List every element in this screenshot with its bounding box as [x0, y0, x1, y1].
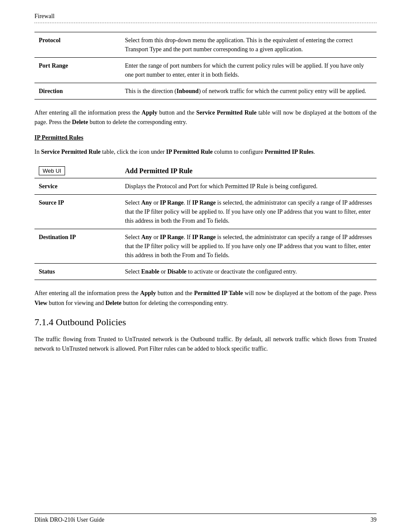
source-ip-label: Source IP — [34, 195, 121, 229]
table-row: Status Select Enable or Disable to activ… — [34, 264, 377, 280]
ip-permitted-rules-heading: IP Permitted Rules — [34, 134, 377, 141]
web-ui-badge-cell: Web UI — [34, 164, 121, 178]
footer-left: Dlink DRO-210i User Guide — [34, 516, 104, 523]
protocol-label: Protocol — [34, 32, 121, 58]
page-container: Firewall Protocol Select from this drop-… — [0, 0, 411, 532]
port-range-desc: Enter the range of port numbers for whic… — [121, 58, 377, 83]
source-ip-desc: Select Any or IP Range. If IP Range is s… — [121, 195, 377, 229]
web-ui-section-title: Add Permitted IP Rule — [125, 167, 193, 174]
paragraph1: After entering all the information press… — [34, 108, 377, 128]
table-row: Service Displays the Protocol and Port f… — [34, 178, 377, 195]
web-ui-table: Web UI Add Permitted IP Rule Service Dis… — [34, 164, 377, 280]
direction-desc: This is the direction (Inbound) of netwo… — [121, 83, 377, 100]
table-row: Port Range Enter the range of port numbe… — [34, 58, 377, 83]
ip-intro-paragraph: In Service Permitted Rule table, click t… — [34, 147, 377, 157]
web-ui-section-title-cell: Add Permitted IP Rule — [121, 164, 377, 178]
table-row: Source IP Select Any or IP Range. If IP … — [34, 195, 377, 229]
web-ui-header-row: Web UI Add Permitted IP Rule — [34, 164, 377, 178]
web-ui-badge: Web UI — [39, 166, 65, 175]
chapter-number: 7.1.4 — [34, 317, 53, 327]
port-range-label: Port Range — [34, 58, 121, 83]
table-row: Destination IP Select Any or IP Range. I… — [34, 229, 377, 264]
header-title: Firewall — [34, 13, 55, 20]
footer-right: 39 — [371, 516, 377, 523]
direction-label: Direction — [34, 83, 121, 100]
destination-ip-label: Destination IP — [34, 229, 121, 264]
table-row: Direction This is the direction (Inbound… — [34, 83, 377, 100]
service-desc: Displays the Protocol and Port for which… — [121, 178, 377, 195]
paragraph2: After entering all the information press… — [34, 289, 377, 308]
page-footer: Dlink DRO-210i User Guide 39 — [34, 513, 377, 523]
protocol-desc: Select from this drop-down menu the appl… — [121, 32, 377, 58]
status-label: Status — [34, 264, 121, 280]
page-header: Firewall — [34, 13, 377, 23]
chapter-title: Outbound Policies — [56, 317, 126, 327]
destination-ip-desc: Select Any or IP Range. If IP Range is s… — [121, 229, 377, 264]
table-row: Protocol Select from this drop-down menu… — [34, 32, 377, 58]
service-label: Service — [34, 178, 121, 195]
chapter-heading: 7.1.4 Outbound Policies — [34, 317, 377, 328]
outbound-paragraph: The traffic flowing from Trusted to UnTr… — [34, 335, 377, 354]
top-table: Protocol Select from this drop-down menu… — [34, 32, 377, 100]
status-desc: Select Enable or Disable to activate or … — [121, 264, 377, 280]
